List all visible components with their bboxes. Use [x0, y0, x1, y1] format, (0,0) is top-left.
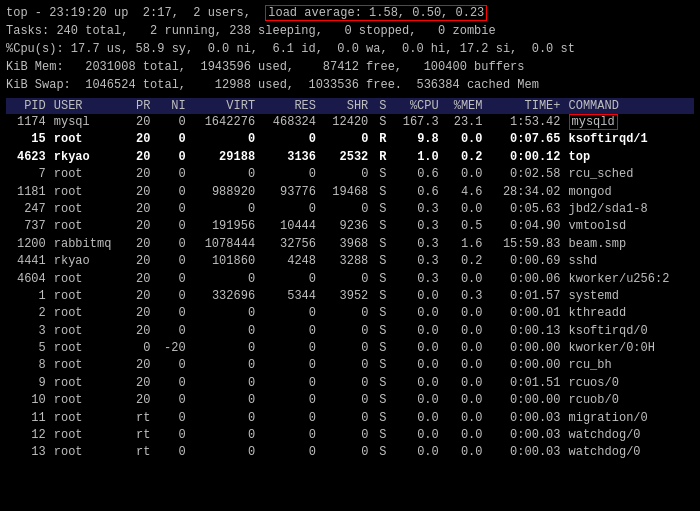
cell-pid: 1200 [6, 236, 50, 253]
table-row: 247root200000S0.30.00:05.63jbd2/sda1-8 [6, 201, 694, 218]
cell-s: S [372, 166, 390, 183]
cell-s: S [372, 114, 390, 131]
cell-shr: 0 [320, 271, 372, 288]
table-row: 10root200000S0.00.00:00.00rcuob/0 [6, 392, 694, 409]
cell-ni: 0 [154, 271, 189, 288]
cell-time: 0:00.00 [487, 357, 565, 374]
cell-ni: 0 [154, 288, 189, 305]
cell-cmd: watchdog/0 [565, 444, 694, 461]
table-row: 737root200191956104449236S0.30.50:04.90v… [6, 218, 694, 235]
cell-pid: 13 [6, 444, 50, 461]
cell-user: root [50, 340, 128, 357]
cell-mem: 0.0 [443, 323, 487, 340]
cell-mem: 23.1 [443, 114, 487, 131]
cell-user: rkyao [50, 149, 128, 166]
cell-pr: 20 [128, 305, 155, 322]
cell-res: 0 [259, 201, 320, 218]
cell-cpu: 0.3 [390, 236, 442, 253]
cell-user: root [50, 375, 128, 392]
cell-time: 0:04.90 [487, 218, 565, 235]
cell-s: S [372, 218, 390, 235]
cell-res: 3136 [259, 149, 320, 166]
cell-virt: 1078444 [190, 236, 259, 253]
cell-ni: 0 [154, 323, 189, 340]
cell-cpu: 0.0 [390, 427, 442, 444]
cell-ni: 0 [154, 305, 189, 322]
cell-virt: 29188 [190, 149, 259, 166]
cell-shr: 9236 [320, 218, 372, 235]
table-row: 5root0-20000S0.00.00:00.00kworker/0:0H [6, 340, 694, 357]
col-command: COMMAND [565, 98, 694, 114]
cell-time: 28:34.02 [487, 184, 565, 201]
cell-cmd: rcuob/0 [565, 392, 694, 409]
cell-pr: 20 [128, 114, 155, 131]
cell-pr: 20 [128, 323, 155, 340]
cell-time: 0:00.00 [487, 392, 565, 409]
cell-ni: 0 [154, 392, 189, 409]
cell-user: root [50, 166, 128, 183]
cell-ni: 0 [154, 114, 189, 131]
cell-virt: 0 [190, 305, 259, 322]
cell-pr: 20 [128, 218, 155, 235]
cell-user: root [50, 427, 128, 444]
cell-res: 0 [259, 271, 320, 288]
cell-mem: 0.5 [443, 218, 487, 235]
cell-virt: 332696 [190, 288, 259, 305]
cell-pid: 11 [6, 410, 50, 427]
cell-ni: 0 [154, 184, 189, 201]
col-res: RES [259, 98, 320, 114]
cell-cpu: 0.3 [390, 201, 442, 218]
cell-ni: 0 [154, 149, 189, 166]
cell-cpu: 0.0 [390, 392, 442, 409]
cell-pr: 0 [128, 340, 155, 357]
cell-virt: 0 [190, 392, 259, 409]
cell-cpu: 167.3 [390, 114, 442, 131]
cell-res: 0 [259, 357, 320, 374]
cell-user: root [50, 218, 128, 235]
cell-cmd: vmtoolsd [565, 218, 694, 235]
cell-time: 0:00.01 [487, 305, 565, 322]
cell-pr: 20 [128, 149, 155, 166]
cell-shr: 0 [320, 305, 372, 322]
cell-pid: 9 [6, 375, 50, 392]
col-shr: SHR [320, 98, 372, 114]
cell-mem: 0.0 [443, 166, 487, 183]
cell-pid: 3 [6, 323, 50, 340]
col-pr: PR [128, 98, 155, 114]
table-row: 8root200000S0.00.00:00.00rcu_bh [6, 357, 694, 374]
cell-shr: 0 [320, 375, 372, 392]
cell-pid: 8 [6, 357, 50, 374]
cell-res: 0 [259, 444, 320, 461]
cell-ni: 0 [154, 236, 189, 253]
cell-ni: 0 [154, 410, 189, 427]
cell-res: 0 [259, 375, 320, 392]
cell-user: root [50, 357, 128, 374]
cell-cpu: 0.0 [390, 340, 442, 357]
cell-pid: 1181 [6, 184, 50, 201]
cell-mem: 0.0 [443, 427, 487, 444]
cell-s: S [372, 253, 390, 270]
table-row: 1root20033269653443952S0.00.30:01.57syst… [6, 288, 694, 305]
cell-shr: 19468 [320, 184, 372, 201]
cell-s: S [372, 323, 390, 340]
cell-time: 0:01.51 [487, 375, 565, 392]
cell-cmd: watchdog/0 [565, 427, 694, 444]
cell-time: 0:00.03 [487, 410, 565, 427]
cell-ni: 0 [154, 218, 189, 235]
cell-time: 0:00.03 [487, 444, 565, 461]
cell-mem: 1.6 [443, 236, 487, 253]
process-table-section: PID USER PR NI VIRT RES SHR S %CPU %MEM … [6, 98, 694, 462]
cell-ni: 0 [154, 444, 189, 461]
cell-time: 0:07.65 [487, 131, 565, 148]
table-row: 13rootrt0000S0.00.00:00.03watchdog/0 [6, 444, 694, 461]
cell-pid: 5 [6, 340, 50, 357]
cell-user: mysql [50, 114, 128, 131]
table-row: 3root200000S0.00.00:00.13ksoftirqd/0 [6, 323, 694, 340]
cell-pid: 12 [6, 427, 50, 444]
cell-user: root [50, 444, 128, 461]
cell-res: 0 [259, 427, 320, 444]
cell-pr: 20 [128, 375, 155, 392]
cell-cmd: mysqld [565, 114, 694, 131]
cell-user: rabbitmq [50, 236, 128, 253]
cell-time: 0:00.06 [487, 271, 565, 288]
